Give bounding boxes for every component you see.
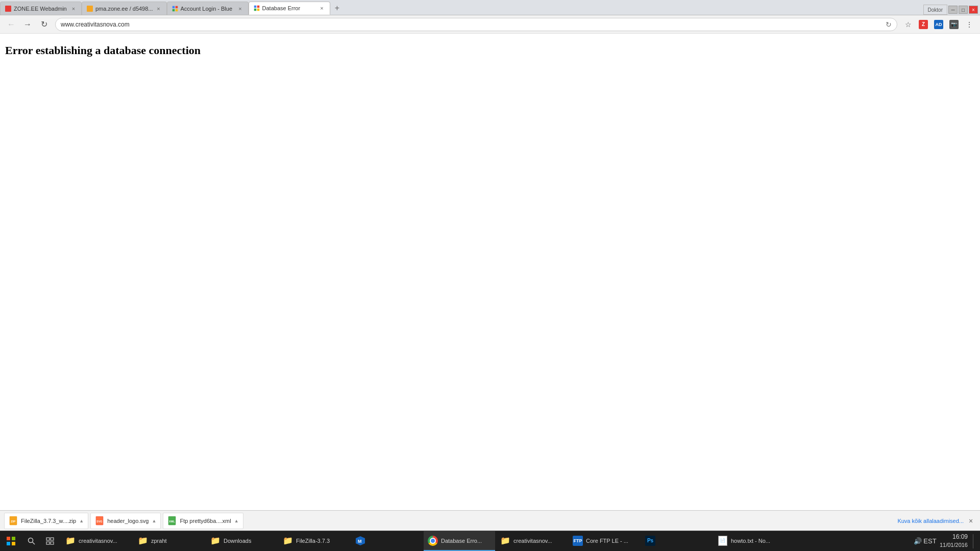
taskbar-app-photoshop[interactable]: Ps bbox=[641, 531, 713, 551]
error-heading: Error establishing a database connection bbox=[5, 44, 975, 57]
taskbar-app-malwarebytes[interactable]: M bbox=[351, 531, 423, 551]
svg-line-15 bbox=[33, 542, 35, 544]
reload-button[interactable]: ↻ bbox=[37, 17, 51, 32]
tray-time: 16:09 bbox=[940, 533, 968, 541]
download-bar-close-button[interactable]: × bbox=[966, 516, 976, 526]
xml-file-icon: XML bbox=[167, 516, 177, 525]
toolbar-icons: ☆ Z AD 📷 ⋮ bbox=[901, 18, 976, 31]
taskbar-app-creativitasnov1-label: creativitasnov... bbox=[79, 538, 117, 544]
taskbar-app-zpraht[interactable]: 📁 zpraht bbox=[134, 531, 205, 551]
tab-zone[interactable]: ZONE.EE Webadmin × bbox=[0, 2, 82, 15]
coreftp-icon: FTP bbox=[573, 536, 583, 546]
close-button[interactable]: × bbox=[969, 6, 978, 14]
address-reload-icon[interactable]: ↻ bbox=[886, 20, 892, 29]
address-input[interactable]: www.creativitasnova.com bbox=[61, 21, 886, 28]
svg-text:M: M bbox=[358, 539, 362, 544]
forward-button[interactable]: → bbox=[20, 17, 35, 32]
tray-date: 11/01/2016 bbox=[940, 541, 968, 549]
tab-account[interactable]: Account Login - Blue × bbox=[167, 2, 249, 15]
taskbar-apps: 📁 creativitasnov... 📁 zpraht 📁 Downloads… bbox=[59, 531, 909, 551]
svg-rect-7 bbox=[257, 9, 259, 11]
tab-zone-label: ZONE.EE Webadmin bbox=[14, 6, 68, 12]
menu-icon[interactable]: ⋮ bbox=[963, 18, 976, 31]
folder-icon-2: 📁 bbox=[138, 536, 148, 546]
taskbar-app-creativitasnov1[interactable]: 📁 creativitasnov... bbox=[61, 531, 133, 551]
taskbar-app-filezilla[interactable]: 📁 FileZilla-3.7.3 bbox=[279, 531, 350, 551]
taskbar-app-creativitasnov2-label: creativitasnov... bbox=[513, 538, 552, 544]
tab-pma[interactable]: pma.zone.ee / d5498... × bbox=[82, 2, 167, 15]
taskbar-app-filezilla-label: FileZilla-3.7.3 bbox=[296, 538, 330, 544]
download-item-1-label: FileZilla_3.7.3_w....zip bbox=[21, 518, 76, 524]
malwarebytes-icon: M bbox=[355, 536, 365, 546]
folder-icon-4: 📁 bbox=[283, 536, 293, 546]
taskbar-app-howto[interactable]: 📄 howto.txt - No... bbox=[714, 531, 785, 551]
show-desktop-button[interactable] bbox=[973, 534, 976, 548]
download-item-2-chevron[interactable]: ▲ bbox=[152, 518, 156, 523]
zip-file-icon: ZIP bbox=[9, 516, 18, 525]
taskbar-app-coreftp[interactable]: FTP Core FTP LE - ... bbox=[569, 531, 640, 551]
page-content: Error establishing a database connection bbox=[0, 34, 980, 551]
folder-icon-3: 📁 bbox=[210, 536, 220, 546]
svg-text:ZIP: ZIP bbox=[11, 520, 15, 523]
taskbar-app-chrome-label: Database Erro... bbox=[441, 538, 482, 544]
zone-tab-icon bbox=[5, 5, 12, 12]
tab-account-close[interactable]: × bbox=[237, 5, 244, 12]
svg-text:SVG: SVG bbox=[96, 520, 103, 523]
svg-rect-17 bbox=[51, 538, 54, 540]
taskbar-app-howto-label: howto.txt - No... bbox=[731, 538, 770, 544]
download-item-3-label: Ftp prettyd6ba....xml bbox=[180, 518, 231, 524]
download-item-3-chevron[interactable]: ▲ bbox=[234, 518, 239, 523]
download-bar-right: Kuva kõik allalaadimised... × bbox=[897, 516, 976, 526]
download-item-3[interactable]: XML Ftp prettyd6ba....xml ▲ bbox=[163, 513, 243, 529]
taskbar-app-chrome[interactable]: Database Erro... bbox=[424, 531, 495, 551]
windows-logo-icon bbox=[7, 537, 16, 546]
language-indicator[interactable]: EST bbox=[925, 537, 935, 546]
back-button[interactable]: ← bbox=[4, 17, 18, 32]
svg-text:XML: XML bbox=[169, 520, 175, 523]
tab-pma-close[interactable]: × bbox=[155, 5, 162, 12]
download-item-2-label: header_logo.svg bbox=[107, 518, 149, 524]
account-tab-icon bbox=[172, 5, 179, 12]
taskbar-app-zpraht-label: zpraht bbox=[151, 538, 167, 544]
ext-icon-3[interactable]: 📷 bbox=[947, 18, 961, 31]
svg-rect-3 bbox=[175, 9, 178, 11]
tab-account-label: Account Login - Blue bbox=[181, 6, 235, 12]
tray-clock[interactable]: 16:09 11/01/2016 bbox=[938, 533, 970, 549]
tab-pma-label: pma.zone.ee / d5498... bbox=[95, 6, 153, 12]
svg-rect-6 bbox=[254, 9, 256, 11]
svg-rect-2 bbox=[172, 9, 175, 11]
photoshop-icon: Ps bbox=[645, 536, 655, 546]
pma-tab-icon bbox=[86, 5, 93, 12]
taskbar-app-creativitasnov2[interactable]: 📁 creativitasnov... bbox=[496, 531, 568, 551]
start-button[interactable] bbox=[0, 531, 22, 551]
ext-icon-1[interactable]: Z bbox=[917, 18, 930, 31]
tab-dberror-label: Database Error bbox=[262, 5, 316, 11]
address-bar[interactable]: www.creativitasnova.com ↻ bbox=[55, 18, 897, 31]
download-bar: ZIP FileZilla_3.7.3_w....zip ▲ SVG heade… bbox=[0, 510, 980, 531]
download-item-1[interactable]: ZIP FileZilla_3.7.3_w....zip ▲ bbox=[4, 513, 88, 529]
system-tray: 🔊 EST 16:09 11/01/2016 bbox=[909, 531, 980, 551]
notepad-icon: 📄 bbox=[718, 536, 728, 546]
taskbar-app-downloads-label: Downloads bbox=[224, 538, 251, 544]
folder-icon-5: 📁 bbox=[500, 536, 510, 546]
dberror-tab-icon bbox=[253, 5, 260, 12]
svg-rect-5 bbox=[257, 6, 259, 8]
tab-dberror-close[interactable]: × bbox=[318, 5, 326, 12]
new-tab-button[interactable]: + bbox=[330, 2, 345, 15]
view-all-downloads[interactable]: Kuva kõik allalaadimised... bbox=[897, 518, 964, 524]
bookmark-star-icon[interactable]: ☆ bbox=[901, 18, 915, 31]
download-item-2[interactable]: SVG header_logo.svg ▲ bbox=[90, 513, 161, 529]
taskbar-search-button[interactable] bbox=[22, 531, 41, 551]
svg-rect-16 bbox=[46, 538, 50, 540]
taskbar-app-downloads[interactable]: 📁 Downloads bbox=[206, 531, 278, 551]
volume-icon[interactable]: 🔊 bbox=[913, 537, 922, 546]
tab-dberror[interactable]: Database Error × bbox=[249, 2, 330, 15]
download-item-1-chevron[interactable]: ▲ bbox=[79, 518, 84, 523]
minimize-button[interactable]: ─ bbox=[948, 6, 958, 14]
ext-icon-2[interactable]: AD bbox=[932, 18, 945, 31]
tab-zone-close[interactable]: × bbox=[70, 5, 77, 12]
chrome-icon bbox=[428, 536, 438, 546]
task-view-button[interactable] bbox=[41, 531, 59, 551]
taskbar: 📁 creativitasnov... 📁 zpraht 📁 Downloads… bbox=[0, 531, 980, 551]
maximize-button[interactable]: □ bbox=[959, 6, 968, 14]
